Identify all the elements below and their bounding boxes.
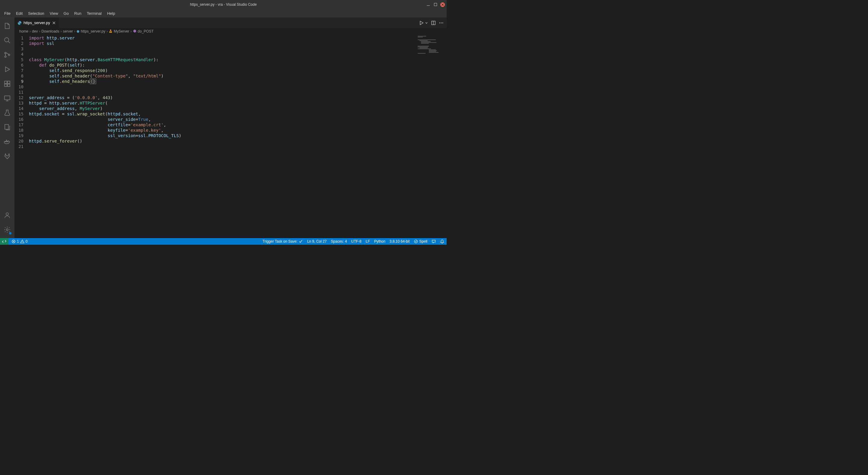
menu-edit[interactable]: Edit <box>13 10 25 17</box>
breadcrumb[interactable]: home › dev › Downloads › server › ⬢ http… <box>14 28 447 35</box>
menu-file[interactable]: File <box>2 10 13 17</box>
menu-go[interactable]: Go <box>61 10 71 17</box>
svg-rect-15 <box>6 140 7 141</box>
svg-rect-9 <box>7 84 10 87</box>
menu-selection[interactable]: Selection <box>26 10 46 17</box>
source-control-icon[interactable] <box>0 49 14 61</box>
svg-point-4 <box>5 56 6 58</box>
testing-icon[interactable] <box>0 107 14 119</box>
problems-indicator[interactable]: 1 0 <box>11 239 27 244</box>
bc-file[interactable]: https_server.py <box>81 29 105 33</box>
encoding[interactable]: UTF-8 <box>351 239 361 244</box>
tab-bar: https_server.py <box>14 18 447 28</box>
svg-point-20 <box>441 22 442 23</box>
bc-method[interactable]: do_POST <box>138 29 154 33</box>
indentation[interactable]: Spaces: 4 <box>331 239 347 244</box>
title-bar: https_server.py - vra - Visual Studio Co… <box>0 0 447 9</box>
bc-dev[interactable]: dev <box>32 29 38 33</box>
warning-count: 0 <box>26 239 28 244</box>
class-icon <box>109 29 113 33</box>
run-file-icon[interactable] <box>419 21 424 25</box>
chevron-right-icon: › <box>106 29 107 33</box>
code-content[interactable]: import http.serverimport sslclass MyServ… <box>29 35 447 238</box>
error-count: 1 <box>17 239 19 244</box>
window-title: https_server.py - vra - Visual Studio Co… <box>190 2 256 7</box>
remote-indicator[interactable] <box>0 238 8 245</box>
minimize-button[interactable] <box>426 2 431 7</box>
close-button[interactable] <box>440 2 445 7</box>
notifications-icon[interactable] <box>440 239 444 244</box>
python-interpreter[interactable]: 3.8.10 64-bit <box>390 239 410 244</box>
minimap[interactable] <box>416 35 447 238</box>
status-bar: 1 0 Trigger Task on Save: Ln 9, Col 27 S… <box>0 238 447 245</box>
tab-close-icon[interactable] <box>52 21 56 25</box>
language-mode[interactable]: Python <box>374 239 385 244</box>
svg-rect-7 <box>7 81 10 84</box>
svg-rect-11 <box>5 124 8 129</box>
settings-badge <box>9 232 11 234</box>
svg-point-2 <box>4 38 9 42</box>
svg-point-17 <box>6 229 8 230</box>
code-editor[interactable]: 123456789101112131415161718192021 import… <box>14 35 447 238</box>
chevron-right-icon: › <box>74 29 75 33</box>
split-editor-icon[interactable] <box>431 21 436 25</box>
svg-rect-0 <box>427 5 430 6</box>
accounts-icon[interactable] <box>0 209 14 221</box>
feedback-icon[interactable] <box>432 239 436 244</box>
window-controls <box>426 2 445 7</box>
cursor-position[interactable]: Ln 9, Col 27 <box>307 239 327 244</box>
menu-terminal[interactable]: Terminal <box>84 10 104 17</box>
menu-view[interactable]: View <box>47 10 61 17</box>
chevron-right-icon: › <box>39 29 40 33</box>
eol[interactable]: LF <box>366 239 370 244</box>
remote-explorer-icon[interactable] <box>0 92 14 104</box>
run-dropdown-icon[interactable] <box>425 22 428 24</box>
svg-point-3 <box>5 53 6 54</box>
bc-class[interactable]: MyServer <box>114 29 129 33</box>
svg-point-21 <box>442 22 443 23</box>
docker-icon[interactable] <box>0 136 14 148</box>
bc-home[interactable]: home <box>19 29 28 33</box>
bc-downloads[interactable]: Downloads <box>41 29 59 33</box>
chevron-right-icon: › <box>61 29 62 33</box>
chevron-right-icon: › <box>30 29 31 33</box>
python-file-icon <box>18 21 22 25</box>
tab-https-server[interactable]: https_server.py <box>14 18 59 28</box>
svg-rect-8 <box>4 84 7 87</box>
gitlab-icon[interactable] <box>0 150 14 162</box>
method-icon <box>133 29 136 33</box>
menu-run[interactable]: Run <box>72 10 84 17</box>
run-debug-icon[interactable] <box>0 63 14 75</box>
menu-help[interactable]: Help <box>104 10 118 17</box>
activity-bar <box>0 18 14 238</box>
editor-actions <box>419 18 447 28</box>
spell-check[interactable]: Spell <box>414 239 427 244</box>
svg-point-19 <box>439 22 440 23</box>
line-numbers: 123456789101112131415161718192021 <box>14 35 29 238</box>
settings-icon[interactable] <box>0 224 14 236</box>
extensions-icon[interactable] <box>0 78 14 90</box>
editor-area: https_server.py h <box>14 18 447 238</box>
more-actions-icon[interactable] <box>439 21 444 25</box>
svg-rect-10 <box>4 96 10 100</box>
maximize-button[interactable] <box>433 2 438 7</box>
bc-server[interactable]: server <box>63 29 73 33</box>
svg-rect-6 <box>4 81 7 84</box>
tab-label: https_server.py <box>24 21 50 25</box>
search-icon[interactable] <box>0 34 14 46</box>
chevron-right-icon: › <box>130 29 132 33</box>
references-icon[interactable] <box>0 121 14 133</box>
svg-rect-1 <box>434 3 437 6</box>
svg-point-16 <box>6 213 8 215</box>
trigger-task-item[interactable]: Trigger Task on Save: <box>262 239 303 244</box>
explorer-icon[interactable] <box>0 20 14 32</box>
menu-bar: File Edit Selection View Go Run Terminal… <box>0 9 447 18</box>
python-file-icon: ⬢ <box>76 30 80 33</box>
